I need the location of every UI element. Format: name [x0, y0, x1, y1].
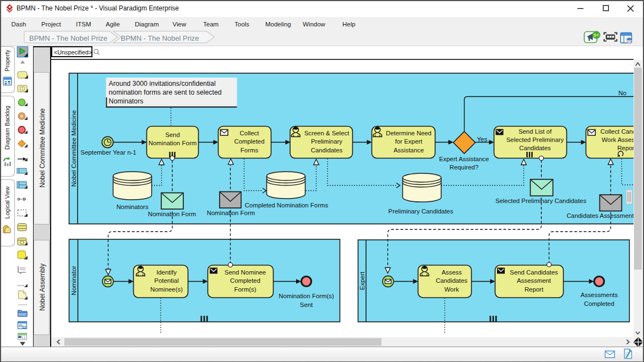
- svg-text:Work: Work: [444, 286, 459, 293]
- svg-text:Nobel Committee Medicine: Nobel Committee Medicine: [39, 108, 46, 188]
- svg-text:Selected Preliminary Candidate: Selected Preliminary Candidates: [495, 198, 586, 204]
- svg-text:Selected Preliminary: Selected Preliminary: [506, 136, 564, 143]
- svg-text:Nominee(s): Nominee(s): [150, 286, 183, 293]
- svg-text:Completed: Completed: [234, 138, 264, 145]
- svg-text:Send Candidates: Send Candidates: [510, 269, 558, 276]
- svg-text:Determine Need: Determine Need: [386, 130, 432, 136]
- svg-text:Completed Nomination Forms: Completed Nomination Forms: [244, 202, 328, 209]
- svg-text:Around 3000 invitations/confid: Around 3000 invitations/confidential: [108, 80, 215, 87]
- svg-text:Send List of: Send List of: [518, 128, 552, 135]
- svg-text:Yes: Yes: [477, 136, 487, 142]
- svg-text:Diagram Backlog: Diagram Backlog: [4, 106, 10, 150]
- svg-text:Preliminary Candidates: Preliminary Candidates: [388, 208, 453, 215]
- svg-text:Identify: Identify: [156, 269, 177, 276]
- svg-text:Forms: Forms: [240, 147, 258, 153]
- svg-text:Form(s): Form(s): [234, 286, 256, 293]
- svg-text:nomination forms are sent to s: nomination forms are sent to selected: [108, 89, 221, 96]
- svg-text:9+: 9+: [593, 32, 599, 38]
- svg-text:Candidates: Candidates: [519, 145, 551, 151]
- svg-text:Assessment: Assessment: [516, 277, 551, 284]
- svg-text:Report: Report: [617, 145, 634, 151]
- svg-text:for Expert: for Expert: [395, 138, 422, 145]
- svg-text:Assessments: Assessments: [580, 292, 618, 298]
- svg-text:Collect Candidates: Collect Candidates: [600, 128, 633, 135]
- svg-text:Assess: Assess: [441, 269, 462, 276]
- svg-text:Send: Send: [165, 131, 180, 138]
- svg-text:Potential: Potential: [154, 277, 178, 284]
- svg-text:Expert: Expert: [358, 271, 365, 290]
- svg-text:Preliminary: Preliminary: [311, 138, 342, 145]
- svg-text:Candidates: Candidates: [435, 277, 467, 284]
- svg-text:Assistance: Assistance: [393, 147, 423, 153]
- svg-text:Nobel Assembly: Nobel Assembly: [39, 264, 46, 311]
- svg-text:Send Nominee: Send Nominee: [224, 269, 265, 276]
- svg-text:Nomination Form(s): Nomination Form(s): [279, 293, 334, 299]
- svg-text:Nomination Form: Nomination Form: [148, 140, 196, 146]
- svg-text:Required?: Required?: [449, 164, 478, 171]
- svg-text:Logical View: Logical View: [4, 186, 10, 218]
- svg-text:Property: Property: [4, 49, 10, 71]
- svg-text:No: No: [618, 90, 626, 96]
- svg-text:Nominators: Nominators: [108, 97, 143, 105]
- svg-text:Nominator: Nominator: [69, 266, 77, 295]
- svg-text:Collect: Collect: [239, 130, 259, 136]
- svg-text:September Year n-1: September Year n-1: [80, 149, 136, 156]
- svg-text:Nobel Committee Medicine: Nobel Committee Medicine: [69, 110, 77, 187]
- svg-text:Sent: Sent: [299, 301, 313, 308]
- svg-text:Screen & Select: Screen & Select: [304, 130, 350, 136]
- svg-text:Candidates Assessment: Candidates Assessment: [566, 212, 634, 219]
- svg-text:Nomination Form: Nomination Form: [206, 210, 254, 216]
- svg-text:Completed: Completed: [583, 300, 614, 307]
- svg-text:Nominators: Nominators: [116, 204, 149, 210]
- svg-text:Candidates: Candidates: [310, 147, 342, 153]
- svg-text:Report: Report: [524, 286, 543, 293]
- svg-text:Nomination Form: Nomination Form: [148, 211, 195, 217]
- svg-text:Expert Assistance: Expert Assistance: [439, 156, 489, 162]
- svg-text:Completed: Completed: [230, 277, 260, 284]
- svg-text:Work Assessment: Work Assessment: [602, 136, 634, 143]
